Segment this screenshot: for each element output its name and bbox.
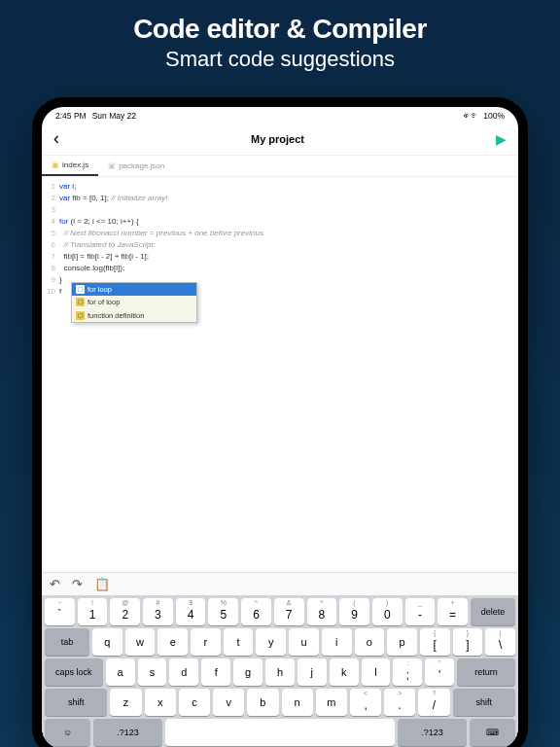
- json-icon: ▣: [108, 161, 116, 170]
- key-w[interactable]: w: [125, 628, 156, 656]
- key-`[interactable]: ~`: [45, 598, 75, 625]
- key-6[interactable]: ^6: [241, 598, 271, 625]
- dismiss-keyboard-key[interactable]: ⌨: [470, 719, 515, 746]
- key-1[interactable]: !1: [78, 598, 108, 625]
- key--[interactable]: _-: [405, 598, 436, 625]
- key-r[interactable]: r: [191, 628, 221, 656]
- key-7[interactable]: &7: [274, 598, 304, 625]
- clipboard-button[interactable]: 📋: [94, 577, 110, 591]
- autocomplete-item[interactable]: ▢function definition: [72, 309, 196, 322]
- shift-key[interactable]: shift: [453, 689, 515, 716]
- key-p[interactable]: p: [387, 628, 417, 656]
- key-8[interactable]: *8: [307, 598, 337, 625]
- code-line[interactable]: [59, 204, 512, 216]
- line-number: 4: [42, 216, 55, 228]
- code-line[interactable]: console.log(fib[i]);: [59, 263, 512, 274]
- delete-key[interactable]: delete: [471, 598, 515, 625]
- autocomplete-item[interactable]: ▢for loop: [72, 283, 196, 296]
- key-3[interactable]: #3: [143, 598, 173, 625]
- key-z[interactable]: z: [110, 689, 141, 716]
- snippet-icon: ▢: [76, 311, 85, 320]
- key-j[interactable]: j: [298, 658, 327, 686]
- key-a[interactable]: a: [106, 658, 135, 686]
- wifi-icon: ◉ ᯤ: [464, 111, 480, 121]
- autocomplete-item[interactable]: ▢for of loop: [72, 296, 196, 308]
- code-line[interactable]: for (i = 2; i <= 10; i++) {: [59, 216, 512, 228]
- key-\[interactable]: |\: [485, 628, 515, 656]
- key-0[interactable]: )0: [372, 598, 402, 625]
- run-button[interactable]: ▶: [496, 131, 507, 147]
- return-key[interactable]: return: [457, 658, 515, 686]
- line-number: 10: [42, 286, 55, 298]
- key-/[interactable]: ?/: [418, 689, 449, 716]
- shift-key[interactable]: shift: [45, 689, 107, 716]
- key-5[interactable]: %5: [208, 598, 238, 625]
- key-=[interactable]: +=: [438, 598, 468, 625]
- symbols-key[interactable]: .?123: [93, 719, 162, 746]
- line-number: 7: [42, 251, 55, 263]
- nav-bar: ‹ My project ▶: [42, 123, 518, 156]
- key-m[interactable]: m: [316, 689, 347, 716]
- key-e[interactable]: e: [158, 628, 188, 656]
- status-battery: 100%: [483, 111, 505, 121]
- emoji-key[interactable]: ☺: [45, 719, 90, 746]
- key-f[interactable]: f: [201, 658, 230, 686]
- autocomplete-label: for loop: [88, 284, 112, 295]
- key-u[interactable]: u: [289, 628, 319, 656]
- key-;[interactable]: :;: [393, 658, 422, 686]
- key-i[interactable]: i: [322, 628, 352, 656]
- line-number: 1: [42, 181, 55, 193]
- autocomplete-label: for of loop: [88, 297, 120, 307]
- key-4[interactable]: $4: [176, 598, 206, 625]
- key-2[interactable]: @2: [110, 598, 140, 625]
- snippet-icon: ▢: [76, 298, 85, 306]
- code-line[interactable]: var fib = [0, 1]; // Initialize array!: [59, 193, 512, 204]
- tab-label: index.js: [62, 160, 88, 169]
- js-icon: ▣: [52, 160, 59, 169]
- undo-button[interactable]: ↶: [50, 577, 60, 591]
- code-area[interactable]: var i;var fib = [0, 1]; // Initialize ar…: [59, 177, 518, 572]
- code-line[interactable]: // Next fibonacci number = previous + on…: [59, 228, 512, 239]
- nav-title: My project: [251, 133, 304, 145]
- key-g[interactable]: g: [233, 658, 262, 686]
- key-v[interactable]: v: [213, 689, 244, 716]
- key-'[interactable]: "': [425, 658, 454, 686]
- key-d[interactable]: d: [169, 658, 198, 686]
- key-k[interactable]: k: [330, 658, 359, 686]
- line-number: 6: [42, 239, 55, 251]
- tab-key[interactable]: tab: [45, 628, 89, 656]
- key-q[interactable]: q: [92, 628, 122, 656]
- key-o[interactable]: o: [355, 628, 385, 656]
- key-,[interactable]: <,: [350, 689, 381, 716]
- code-line[interactable]: // Translated to JavaScript:: [59, 239, 512, 251]
- key-c[interactable]: c: [179, 689, 210, 716]
- line-number: 2: [42, 193, 55, 204]
- key-9[interactable]: (9: [339, 598, 369, 625]
- key-[[interactable]: {[: [420, 628, 450, 656]
- tab-package-json[interactable]: ▣ package.json: [98, 156, 174, 176]
- key-.[interactable]: >.: [384, 689, 415, 716]
- tab-label: package.json: [119, 161, 164, 170]
- key-b[interactable]: b: [247, 689, 278, 716]
- key-s[interactable]: s: [138, 658, 167, 686]
- key-x[interactable]: x: [145, 689, 176, 716]
- redo-button[interactable]: ↷: [72, 577, 83, 591]
- back-button[interactable]: ‹: [53, 128, 59, 149]
- key-][interactable]: }]: [453, 628, 483, 656]
- symbols-key[interactable]: .?123: [398, 719, 467, 746]
- code-line[interactable]: fib[i] = fib[i - 2] + fib[i - 1];: [59, 251, 512, 263]
- key-h[interactable]: h: [265, 658, 295, 686]
- line-number: 8: [42, 263, 55, 274]
- caps-key[interactable]: caps lock: [45, 658, 103, 686]
- tab-index-js[interactable]: ▣ index.js: [42, 156, 98, 176]
- key-l[interactable]: l: [362, 658, 391, 686]
- code-line[interactable]: var i;: [59, 181, 512, 193]
- line-gutter: 12345678910: [42, 177, 59, 572]
- virtual-keyboard: ~`!1@2#3$4%5^6&7*8(9)0_-+=deletetabqwert…: [42, 595, 518, 747]
- key-n[interactable]: n: [282, 689, 313, 716]
- key-y[interactable]: y: [256, 628, 286, 656]
- status-bar: 2:45 PM Sun May 22 ◉ ᯤ 100%: [42, 107, 518, 123]
- space-key[interactable]: [165, 719, 395, 746]
- key-t[interactable]: t: [224, 628, 254, 656]
- code-editor[interactable]: 12345678910 var i;var fib = [0, 1]; // I…: [42, 177, 518, 572]
